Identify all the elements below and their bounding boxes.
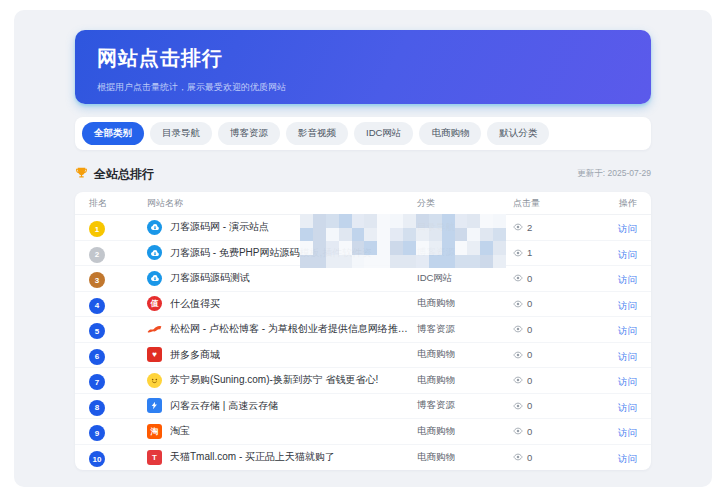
col-rank: 排名 xyxy=(89,197,147,210)
rank-badge: 10 xyxy=(89,451,105,467)
site-name: 刀客源码 - 免费PHP网站源码模板,插件软件资 xyxy=(170,246,372,260)
site-name: 刀客源码源码测试 xyxy=(170,271,250,285)
clicks-count: 0 xyxy=(527,349,532,360)
rank-badge: 2 xyxy=(89,247,105,263)
table-row: 1 刀客源码网 - 演示站点 目录导航 2 访问 xyxy=(75,215,651,241)
eye-icon xyxy=(513,273,523,283)
rank-badge: 6 xyxy=(89,349,105,365)
filter-tab-2[interactable]: 博客资源 xyxy=(218,122,280,145)
table-header: 排名 网站名称 分类 点击量 操作 xyxy=(75,192,651,215)
clicks-cell: 0 xyxy=(513,426,593,437)
site-category: 博客资源 xyxy=(417,399,513,412)
table-row: 10 T天猫Tmall.com - 买正品上天猫就购了 电商购物 0 访问 xyxy=(75,445,651,471)
visit-link[interactable]: 访问 xyxy=(618,453,637,464)
ranking-table: 排名 网站名称 分类 点击量 操作 1 刀客源码网 - 演示站点 目录导航 2 … xyxy=(75,192,651,470)
visit-link[interactable]: 访问 xyxy=(618,351,637,362)
table-row: 5 松松网 - 卢松松博客 - 为草根创业者提供信息网络推广知识 博客资源 0 … xyxy=(75,317,651,343)
site-name: 什么值得买 xyxy=(170,297,220,311)
eye-icon xyxy=(513,222,523,232)
clicks-cell: 2 xyxy=(513,222,593,233)
site-name: 闪客云存储 | 高速云存储 xyxy=(170,399,278,413)
suning-lion-icon xyxy=(147,373,162,388)
table-row: 8 闪客云存储 | 高速云存储 博客资源 0 访问 xyxy=(75,394,651,420)
site-category: IDC网站 xyxy=(417,272,513,285)
visit-link[interactable]: 访问 xyxy=(618,223,637,234)
rank-badge: 8 xyxy=(89,400,105,416)
rank-badge: 3 xyxy=(89,272,105,288)
clicks-count: 0 xyxy=(527,400,532,411)
eye-icon xyxy=(513,426,523,436)
site-category: 目录导航 xyxy=(417,221,513,234)
clicks-cell: 0 xyxy=(513,375,593,386)
col-action: 操作 xyxy=(593,197,637,210)
trophy-icon xyxy=(75,165,88,183)
site-category: 电商购物 xyxy=(417,297,513,310)
section-title: 全站总排行 xyxy=(94,166,154,183)
filter-tab-3[interactable]: 影音视频 xyxy=(286,122,348,145)
smzdm-icon: 值 xyxy=(147,296,162,311)
eye-icon xyxy=(513,375,523,385)
visit-link[interactable]: 访问 xyxy=(618,402,637,413)
site-name: 松松网 - 卢松松博客 - 为草根创业者提供信息网络推广知识 xyxy=(170,322,417,336)
cloud-download-icon xyxy=(147,245,162,260)
visit-link[interactable]: 访问 xyxy=(618,325,637,336)
filter-tab-1[interactable]: 目录导航 xyxy=(150,122,212,145)
clicks-cell: 0 xyxy=(513,298,593,309)
lightning-icon xyxy=(147,398,162,413)
cloud-download-icon xyxy=(147,220,162,235)
clicks-count: 0 xyxy=(527,273,532,284)
table-row: 6 ♥拼多多商城 电商购物 0 访问 xyxy=(75,343,651,369)
filter-tab-6[interactable]: 默认分类 xyxy=(487,122,549,145)
taobao-icon: 淘 xyxy=(147,424,162,439)
pinduoduo-icon: ♥ xyxy=(147,347,162,362)
updated-timestamp: 更新于: 2025-07-29 xyxy=(577,168,651,180)
tmall-icon: T xyxy=(147,450,162,465)
visit-link[interactable]: 访问 xyxy=(618,274,637,285)
clicks-count: 0 xyxy=(527,298,532,309)
site-name: 天猫Tmall.com - 买正品上天猫就购了 xyxy=(170,450,335,464)
site-category: 博客资源 xyxy=(417,246,513,259)
site-name: 拼多多商城 xyxy=(170,348,220,362)
filter-tab-4[interactable]: IDC网站 xyxy=(354,122,413,145)
table-row: 9 淘淘宝 电商购物 0 访问 xyxy=(75,419,651,445)
cloud-download-icon xyxy=(147,271,162,286)
songsong-swoosh-icon xyxy=(147,322,162,337)
clicks-cell: 0 xyxy=(513,273,593,284)
eye-icon xyxy=(513,350,523,360)
table-row: 3 刀客源码源码测试 IDC网站 0 访问 xyxy=(75,266,651,292)
col-category: 分类 xyxy=(417,197,513,210)
clicks-count: 0 xyxy=(527,426,532,437)
page-panel: 网站点击排行 根据用户点击量统计，展示最受欢迎的优质网站 全部类别目录导航博客资… xyxy=(14,10,712,487)
page-subtitle: 根据用户点击量统计，展示最受欢迎的优质网站 xyxy=(97,81,629,94)
clicks-count: 0 xyxy=(527,375,532,386)
site-category: 电商购物 xyxy=(417,451,513,464)
clicks-cell: 0 xyxy=(513,400,593,411)
site-category: 电商购物 xyxy=(417,348,513,361)
rank-badge: 1 xyxy=(89,221,105,237)
visit-link[interactable]: 访问 xyxy=(618,300,637,311)
visit-link[interactable]: 访问 xyxy=(618,427,637,438)
table-row: 2 刀客源码 - 免费PHP网站源码模板,插件软件资 博客资源 1 访问 xyxy=(75,241,651,267)
visit-link[interactable]: 访问 xyxy=(618,249,637,260)
category-filter-bar: 全部类别目录导航博客资源影音视频IDC网站电商购物默认分类 xyxy=(75,117,651,150)
clicks-count: 2 xyxy=(527,222,532,233)
eye-icon xyxy=(513,324,523,334)
rank-badge: 9 xyxy=(89,425,105,441)
clicks-cell: 0 xyxy=(513,324,593,335)
clicks-count: 0 xyxy=(527,452,532,463)
filter-tab-0[interactable]: 全部类别 xyxy=(82,122,144,145)
clicks-count: 1 xyxy=(527,247,532,258)
site-name: 淘宝 xyxy=(170,424,190,438)
page-title: 网站点击排行 xyxy=(97,45,629,72)
eye-icon xyxy=(513,452,523,462)
col-site-name: 网站名称 xyxy=(147,197,417,210)
eye-icon xyxy=(513,299,523,309)
visit-link[interactable]: 访问 xyxy=(618,376,637,387)
table-row: 4 值什么值得买 电商购物 0 访问 xyxy=(75,292,651,318)
filter-tab-5[interactable]: 电商购物 xyxy=(419,122,481,145)
table-row: 7 苏宁易购(Suning.com)-换新到苏宁 省钱更省心! 电商购物 0 访… xyxy=(75,368,651,394)
clicks-cell: 0 xyxy=(513,452,593,463)
clicks-cell: 0 xyxy=(513,349,593,360)
page-header-card: 网站点击排行 根据用户点击量统计，展示最受欢迎的优质网站 xyxy=(75,30,651,104)
site-category: 电商购物 xyxy=(417,374,513,387)
